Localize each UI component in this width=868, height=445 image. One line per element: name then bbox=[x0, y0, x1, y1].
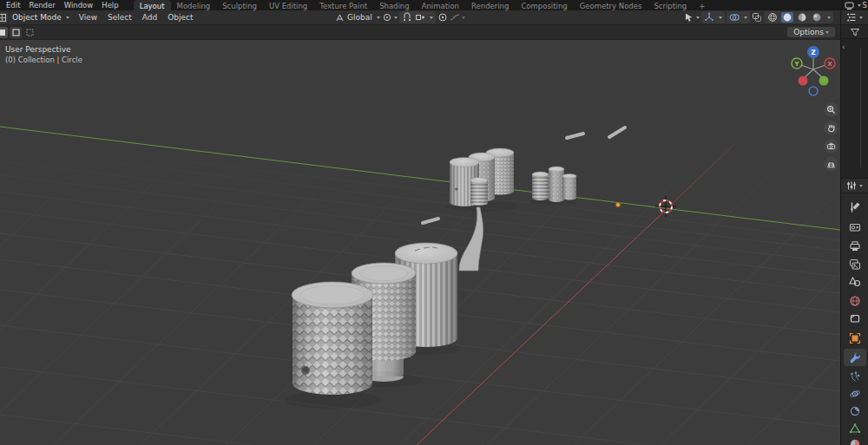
outliner-editor-icon[interactable] bbox=[846, 12, 857, 23]
scene-props-icon bbox=[849, 276, 861, 288]
tab-scene[interactable] bbox=[844, 273, 866, 291]
tab-output[interactable] bbox=[844, 238, 866, 255]
outliner-scrollbar[interactable] bbox=[860, 48, 861, 167]
cursor-3d bbox=[655, 196, 676, 217]
viewport-3d[interactable]: User Perspective (0) Collection | Circle… bbox=[0, 40, 840, 445]
filter-icon[interactable] bbox=[850, 27, 860, 37]
pan-button[interactable] bbox=[824, 121, 838, 135]
chevron-down-icon[interactable] bbox=[859, 16, 863, 19]
topbar: Edit Render Window Help Layout Modeling … bbox=[0, 0, 868, 10]
falloff-curve-icon bbox=[450, 12, 460, 23]
camera-view-button[interactable] bbox=[824, 139, 838, 154]
tab-material[interactable] bbox=[844, 435, 866, 445]
hand-icon bbox=[826, 123, 836, 133]
menu-render[interactable]: Render bbox=[24, 1, 59, 10]
sidebar-collapse-icon[interactable]: ‹ bbox=[842, 43, 845, 51]
tab-object[interactable] bbox=[844, 330, 866, 347]
tab-tool[interactable] bbox=[844, 199, 866, 216]
select-mode-set-button[interactable] bbox=[10, 27, 22, 38]
tab-layout[interactable]: Layout bbox=[134, 0, 171, 10]
chevron-down-icon[interactable] bbox=[827, 16, 831, 19]
toggle-orthographic-button[interactable] bbox=[824, 157, 838, 172]
mode-dropdown[interactable]: Object Mode bbox=[8, 13, 74, 22]
gizmo-axis-z-negative bbox=[809, 87, 818, 95]
tab-geometry-nodes[interactable]: Geometry Nodes bbox=[574, 0, 648, 10]
tab-rendering[interactable]: Rendering bbox=[465, 0, 515, 10]
add-workspace-button[interactable]: + bbox=[693, 0, 711, 10]
tab-view-layer[interactable] bbox=[844, 256, 866, 273]
properties-editor-icon[interactable] bbox=[846, 180, 857, 191]
shading-wireframe-button[interactable] bbox=[766, 12, 779, 23]
shading-solid-button[interactable] bbox=[781, 12, 793, 23]
view-perspective-label: User Perspective bbox=[5, 44, 82, 55]
tab-animation[interactable]: Animation bbox=[416, 0, 465, 10]
menu-object[interactable]: Object bbox=[162, 13, 198, 22]
overlays-icon bbox=[729, 12, 740, 23]
axis-x-line-far bbox=[666, 144, 734, 210]
tab-physics[interactable] bbox=[844, 385, 866, 402]
proportional-editing-icon[interactable] bbox=[437, 12, 448, 23]
snap-target-icon[interactable] bbox=[415, 12, 425, 23]
render-camera-icon bbox=[849, 221, 861, 233]
wrench-icon bbox=[849, 351, 861, 363]
material-icon bbox=[849, 438, 861, 445]
magnet-icon[interactable] bbox=[402, 12, 412, 23]
tab-collection[interactable] bbox=[844, 310, 866, 327]
tab-texture-paint[interactable]: Texture Paint bbox=[313, 0, 373, 10]
menu-help[interactable]: Help bbox=[97, 1, 122, 10]
menu-select[interactable]: Select bbox=[102, 13, 137, 22]
overlays-toggle[interactable] bbox=[727, 11, 750, 23]
knurled-knob-large[interactable] bbox=[292, 282, 373, 395]
outliner-body[interactable]: ‹ bbox=[841, 39, 868, 178]
collection-icon bbox=[849, 312, 861, 324]
pivot-point-dropdown[interactable] bbox=[382, 12, 398, 23]
menu-view[interactable]: View bbox=[74, 13, 102, 22]
tab-constraints[interactable] bbox=[844, 402, 866, 420]
object-visibility-dropdown[interactable] bbox=[684, 12, 700, 23]
select-extend-icon bbox=[25, 28, 35, 37]
tab-sculpting[interactable]: Sculpting bbox=[216, 0, 263, 10]
xray-toggle-icon[interactable] bbox=[752, 12, 762, 23]
chevron-down-icon bbox=[377, 16, 380, 19]
tab-object-data[interactable] bbox=[844, 420, 866, 437]
tab-uv-editing[interactable]: UV Editing bbox=[263, 0, 313, 10]
gizmo-z-label: Z bbox=[811, 49, 816, 56]
viewport-text-overlay: User Perspective (0) Collection | Circle bbox=[5, 44, 82, 65]
origin-dot bbox=[615, 202, 620, 206]
right-panel: ‹ bbox=[840, 10, 868, 445]
tab-compositing[interactable]: Compositing bbox=[515, 0, 573, 10]
chevron-down-icon[interactable] bbox=[859, 185, 863, 187]
tab-modifiers[interactable] bbox=[844, 349, 866, 366]
shading-material-button[interactable] bbox=[796, 12, 808, 23]
zoom-button[interactable] bbox=[824, 102, 838, 117]
tool-settings-header: Options bbox=[0, 25, 840, 40]
transform-snap-group: Global bbox=[335, 10, 465, 24]
tab-world[interactable] bbox=[844, 292, 866, 310]
tab-modeling[interactable]: Modeling bbox=[171, 0, 217, 10]
chevron-down-icon bbox=[66, 16, 69, 19]
gizmos-toggle[interactable] bbox=[701, 11, 725, 23]
tab-shading[interactable]: Shading bbox=[373, 0, 416, 10]
falloff-dropdown[interactable] bbox=[450, 12, 465, 23]
outliner-filter-row bbox=[841, 25, 868, 39]
navigation-gizmo[interactable]: Z Y X bbox=[786, 43, 840, 97]
menu-window[interactable]: Window bbox=[60, 1, 98, 10]
orientation-dropdown[interactable]: Global bbox=[335, 13, 380, 23]
tab-particles[interactable] bbox=[844, 368, 866, 385]
options-button[interactable]: Options bbox=[787, 27, 835, 37]
tab-scripting[interactable]: Scripting bbox=[648, 0, 693, 10]
chevron-down-icon[interactable] bbox=[430, 16, 433, 19]
editor-type-button[interactable] bbox=[0, 12, 8, 23]
active-tool-button[interactable] bbox=[0, 27, 8, 38]
gizmo-icon bbox=[704, 12, 714, 23]
chevron-down-icon bbox=[462, 16, 465, 19]
shading-rendered-button[interactable] bbox=[811, 12, 823, 23]
scene-icon bbox=[845, 1, 854, 10]
gizmo-y-label: Y bbox=[793, 61, 799, 68]
menu-add[interactable]: Add bbox=[137, 13, 162, 22]
scene-selector[interactable]: S bbox=[845, 1, 868, 10]
select-mode-extend-button[interactable] bbox=[23, 27, 36, 38]
knob-pair-right[interactable] bbox=[532, 167, 576, 202]
tab-render[interactable] bbox=[844, 219, 866, 236]
menu-edit[interactable]: Edit bbox=[2, 1, 24, 10]
